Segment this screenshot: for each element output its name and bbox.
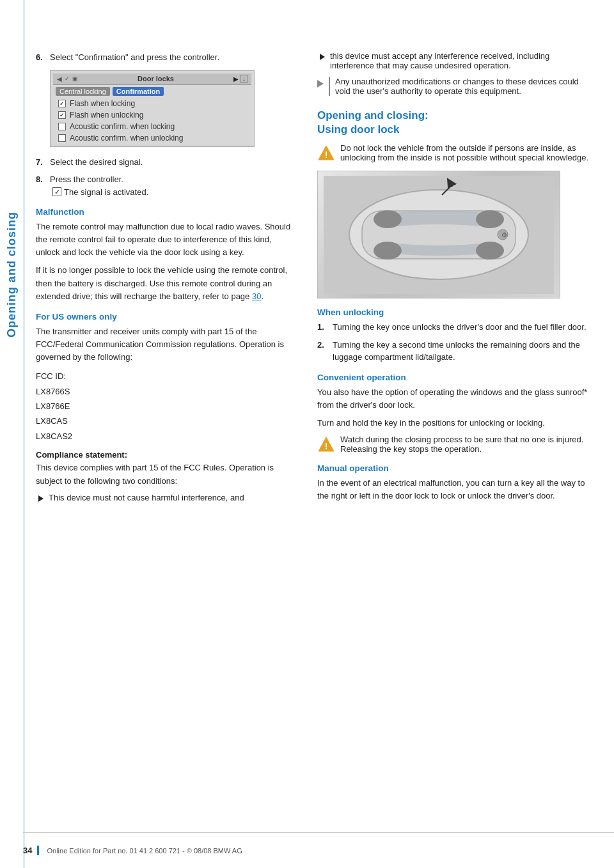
- step-8-content: Press the controller. ✓ The signal is ac…: [50, 173, 292, 198]
- step-7-number: 7.: [36, 156, 46, 169]
- unlocking-step-1-text: Turning the key once unlocks the driver'…: [333, 321, 586, 334]
- fcc-data: FCC ID:LX8766SLX8766ELX8CASLX8CAS2: [36, 369, 292, 444]
- warning-triangle-2: !: [317, 436, 335, 454]
- for-us-p1: The transmitter and receiver units compl…: [36, 325, 292, 364]
- step-8: 8. Press the controller. ✓ The signal is…: [36, 173, 292, 198]
- ui-title-bar: ◀ ✓ ▣ Door locks ▶ ↓: [53, 74, 251, 85]
- main-content: 6. Select "Confirmation" and press the c…: [23, 38, 614, 830]
- step-7: 7. Select the desired signal.: [36, 156, 292, 169]
- triangle-icon-2: [320, 54, 325, 60]
- checkbox-flash-locking: [58, 100, 66, 107]
- left-column: 6. Select "Confirmation" and press the c…: [23, 38, 304, 830]
- unlocking-step-2: 2. Turning the key a second time unlocks…: [317, 339, 595, 364]
- svg-text:!: !: [325, 150, 328, 160]
- unlocking-steps: 1. Turning the key once unlocks the driv…: [317, 321, 595, 364]
- triangle-icon-1: [38, 495, 43, 502]
- unlocking-step-2-text: Turning the key a second time unlocks th…: [333, 339, 595, 364]
- warning-2-text: Watch during the closing process to be s…: [340, 435, 595, 454]
- menu-icon: ▣: [72, 75, 78, 82]
- when-unlocking-heading: When unlocking: [317, 307, 595, 317]
- nav-arrows: ◀ ✓ ▣: [57, 75, 78, 82]
- convenient-p2: Turn and hold the key in the positions f…: [317, 417, 595, 430]
- malfunction-p1: The remote control may malfunction due t…: [36, 221, 292, 259]
- notice-box: Any unauthorized modifications or change…: [317, 77, 595, 96]
- car-illustration: ⚙: [324, 176, 554, 294]
- notice-arrow-icon: [317, 80, 324, 88]
- page-divider: [23, 832, 614, 833]
- forward-arrow-icon: ▶: [233, 75, 239, 82]
- ui-item-flash-locking: Flash when locking: [53, 98, 251, 109]
- footer-text: Online Edition for Part no. 01 41 2 600 …: [47, 847, 242, 855]
- warning-1-text: Do not lock the vehicle from the outside…: [340, 143, 595, 162]
- svg-point-8: [476, 242, 504, 260]
- bullet-1-text: This device must not cause harmful inter…: [49, 493, 244, 502]
- ui-menu-row: Central locking Confirmation: [53, 86, 251, 97]
- bullet-2: this device must accept any interference…: [317, 51, 595, 70]
- ui-item-flash-unlocking-label: Flash when unlocking: [70, 111, 143, 120]
- ui-title-text: Door locks: [138, 75, 174, 82]
- convenient-heading: Convenient operation: [317, 373, 595, 382]
- sidebar-text: Opening and closing: [5, 212, 19, 337]
- notice-content: Any unauthorized modifications or change…: [329, 77, 595, 96]
- svg-text:!: !: [325, 441, 328, 451]
- warning-icon-1: !: [317, 144, 335, 161]
- chapter-heading: Opening and closing: Using door lock: [317, 109, 595, 137]
- ui-item-acoustic-unlocking-label: Acoustic confirm. when unlocking: [70, 134, 183, 143]
- bullet-2-text: this device must accept any interference…: [330, 51, 595, 70]
- step-8-number: 8.: [36, 173, 46, 198]
- step-6-text: Select "Confirmation" and press the cont…: [50, 51, 292, 64]
- checkbox-acoustic-unlocking: [58, 134, 66, 142]
- for-us-heading: For US owners only: [36, 312, 292, 322]
- checkmark-icon: ✓: [65, 75, 70, 82]
- compliance-p1: This device complies with part 15 of the…: [36, 463, 274, 485]
- chapter-heading-line2: Using door lock: [317, 123, 399, 136]
- central-locking-btn: Central locking: [56, 87, 110, 96]
- warning-box-1: ! Do not lock the vehicle from the outsi…: [317, 143, 595, 163]
- page-footer: 34 Online Edition for Part no. 01 41 2 6…: [23, 846, 595, 855]
- unlocking-step-1-num: 1.: [317, 321, 327, 334]
- chapter-heading-line1: Opening and closing:: [317, 109, 429, 121]
- unlocking-step-1: 1. Turning the key once unlocks the driv…: [317, 321, 595, 334]
- svg-text:⚙: ⚙: [501, 231, 507, 238]
- warning-icon-2: !: [317, 436, 335, 453]
- compliance-heading: Compliance statement: This device compli…: [36, 449, 292, 487]
- down-icon: ↓: [240, 75, 248, 83]
- checkbox-flash-unlocking: [58, 111, 66, 119]
- right-column: this device must accept any interference…: [304, 38, 614, 830]
- ui-item-flash-locking-label: Flash when locking: [70, 99, 135, 108]
- car-image: ⚙: [317, 171, 560, 298]
- page-link-30[interactable]: 30: [252, 291, 261, 301]
- confirmation-btn: Confirmation: [113, 87, 164, 96]
- signal-activated-line: ✓ The signal is activated.: [52, 186, 292, 199]
- back-arrow-icon: ◀: [57, 75, 62, 82]
- check-box-inline: ✓: [52, 187, 61, 196]
- ui-item-acoustic-locking-label: Acoustic confirm. when locking: [70, 122, 175, 131]
- ui-item-acoustic-locking: Acoustic confirm. when locking: [53, 121, 251, 132]
- unlocking-step-2-num: 2.: [317, 339, 327, 364]
- ui-item-acoustic-unlocking: Acoustic confirm. when unlocking: [53, 132, 251, 144]
- signal-activated-text: The signal is activated.: [64, 186, 148, 199]
- page-number: 34: [23, 846, 39, 855]
- ui-item-flash-unlocking: Flash when unlocking: [53, 109, 251, 121]
- step-8-text: Press the controller.: [50, 174, 123, 184]
- svg-point-7: [374, 242, 402, 260]
- manual-heading: Manual operation: [317, 463, 595, 473]
- notice-text: Any unauthorized modifications or change…: [335, 77, 579, 96]
- step-6-number: 6.: [36, 51, 46, 64]
- bullet-1: This device must not cause harmful inter…: [36, 493, 292, 502]
- compliance-heading-text: Compliance statement:: [36, 450, 127, 460]
- convenient-p1: You also have the option of operating th…: [317, 386, 595, 412]
- step-7-text: Select the desired signal.: [50, 156, 292, 169]
- malfunction-p2: If it is no longer possible to lock the …: [36, 264, 292, 302]
- ui-right-controls: ▶ ↓: [233, 75, 248, 83]
- svg-point-6: [476, 210, 504, 228]
- svg-point-5: [374, 210, 402, 228]
- step-6: 6. Select "Confirmation" and press the c…: [36, 51, 292, 64]
- warning-triangle-1: !: [317, 144, 335, 163]
- ui-screenshot: ◀ ✓ ▣ Door locks ▶ ↓ Central locking Con…: [50, 70, 255, 147]
- page-container: Opening and closing 6. Select "Confirmat…: [0, 0, 614, 868]
- manual-p1: In the event of an electrical malfunctio…: [317, 477, 595, 502]
- sidebar-label: Opening and closing: [0, 51, 23, 499]
- malfunction-heading: Malfunction: [36, 207, 292, 217]
- warning-box-2: ! Watch during the closing process to be…: [317, 435, 595, 454]
